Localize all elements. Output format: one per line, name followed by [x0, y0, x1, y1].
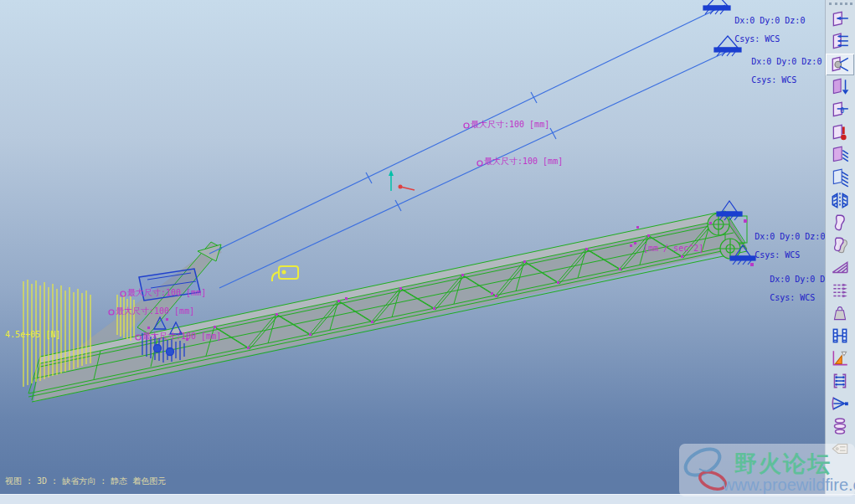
watermark-site-url: www.proewildfire.cn: [723, 476, 855, 495]
zero-displacement-icon[interactable]: 0: [826, 99, 854, 121]
displacement-constraint-icon[interactable]: [826, 8, 854, 30]
bearing-load-icon[interactable]: [826, 54, 854, 75]
watermark: 野火论坛 www.proewildfire.cn: [679, 444, 855, 496]
beam-truss-icon[interactable]: [826, 257, 854, 279]
constraint-annotation: Dx:0 Dy:0 Dz:0 Csys: WCS: [721, 48, 822, 94]
max-size-label: 最大尺寸:100 [mm]: [471, 120, 549, 129]
note-tag-marker[interactable]: [272, 266, 298, 281]
watermark-site-name: 野火论坛: [734, 449, 832, 479]
constraint-csys: Csys: WCS: [734, 34, 780, 44]
svg-text:0: 0: [840, 106, 844, 115]
material-orientation-icon[interactable]: [826, 167, 854, 188]
force-moment-load-icon[interactable]: [826, 31, 854, 53]
csys-triad[interactable]: [389, 170, 415, 191]
mass-idealization-icon[interactable]: [826, 302, 854, 324]
fastener-icon[interactable]: [826, 415, 854, 437]
graphics-viewport[interactable]: Dx:0 Dy:0 Dz:0 Csys: WCS Dx:0 Dy:0 Dz:0 …: [0, 0, 825, 494]
constraint-dof: Dx:0 Dy:0 Dz:0: [751, 57, 822, 66]
constraint-dof: Dx:0 Dy:0 Dz:0: [734, 16, 805, 25]
force-load-label: 4.5e+05 [N]: [5, 330, 60, 339]
rigid-link-icon[interactable]: [826, 370, 854, 392]
pressure-load-icon[interactable]: [826, 76, 854, 98]
shell-idealization-icon[interactable]: [826, 212, 854, 234]
symmetry-constraint-icon[interactable]: [826, 189, 854, 211]
max-size-label: 最大尺寸:100 [mm]: [116, 306, 194, 316]
constraint-csys: Csys: WCS: [770, 293, 815, 302]
simulation-toolbar: 0: [825, 0, 855, 494]
interface-connection-icon[interactable]: [826, 325, 854, 347]
constraint-annotation: Dx:0 Dy:0 Dz:0 Csys: WCS: [704, 7, 805, 53]
max-size-label: 最大尺寸:100 [mm]: [127, 288, 206, 297]
constraint-dof: Dx:0 Dy:0 Dz:0: [755, 232, 825, 241]
application-window: Dx:0 Dy:0 Dz:0 Csys: WCS Dx:0 Dy:0 Dz:0 …: [0, 0, 855, 504]
max-size-label: 最大尺寸:100 [mm]: [142, 332, 221, 341]
toolbar-drag-handle[interactable]: [829, 3, 852, 5]
temperature-load-icon[interactable]: [826, 121, 854, 143]
constraint-csys: Csys: WCS: [751, 75, 796, 85]
constraint-csys: Csys: WCS: [755, 250, 800, 260]
measure-graph-icon[interactable]: [826, 347, 854, 369]
weighted-link-icon[interactable]: [826, 393, 854, 414]
shell-pair-icon[interactable]: [826, 234, 854, 256]
constraint-annotation: Dx:0 Dy:0 Dz:0 Csys: WCS: [724, 223, 825, 269]
status-bar: 视图 : 3D : 缺省方向 : 静态 着色图元: [5, 476, 166, 487]
spring-idealization-icon[interactable]: [826, 280, 854, 301]
material-assign-icon[interactable]: [826, 144, 854, 166]
max-size-label: 最大尺寸:100 [mm]: [484, 157, 563, 166]
acceleration-load-label: [mm / sec^2]: [643, 244, 703, 253]
